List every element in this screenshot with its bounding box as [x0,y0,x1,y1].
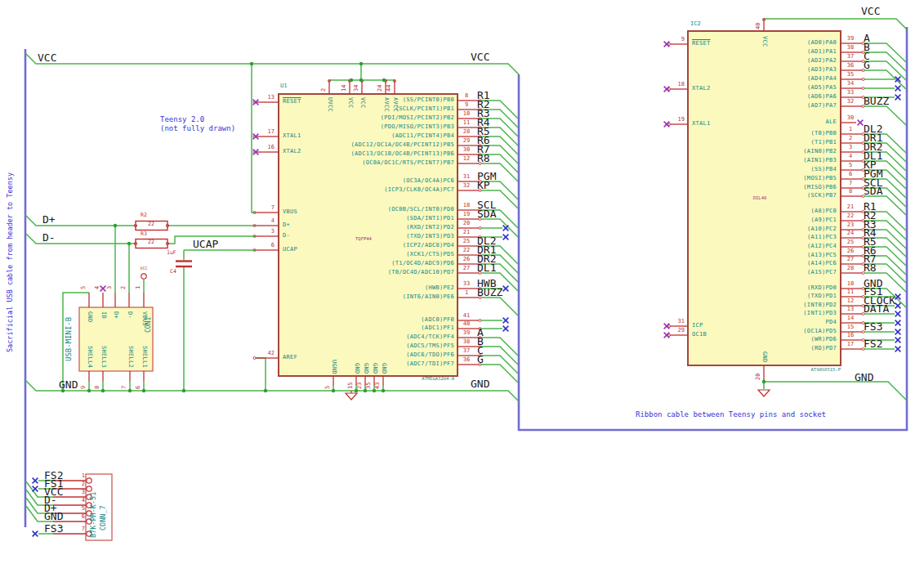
u1-pin-number: 32 [456,183,477,189]
u1-pin-number: 15 [348,383,354,389]
u1-pin-number: 41 [456,313,477,319]
u1-pin-number: 29 [456,138,477,144]
net-label: KP [477,180,490,190]
u1-pin-number: 43 [375,383,381,389]
u1-pin-number: 13 [252,95,275,101]
ic2-pin-number: 17 [840,342,861,347]
u1-pin-number: 30 [456,147,477,153]
ic2-pin-number: 39 [840,36,861,42]
conn7-pin-label: GND [44,511,63,521]
conn7-pin-label: FS3 [44,523,63,534]
con1-pin-name: SHELL2 [127,346,133,368]
u1-pin-name: (T1/OC4D/ADC9)PD6 [283,261,454,266]
con1-pin-number: 2 [121,286,127,289]
schematic-labels: VCC VCC VCC GND GND GND D+ D- UCAP U1 AT… [0,0,924,564]
teensy-note-line2: (not fully drawn) [160,125,235,132]
ic2-pin-number: 22 [840,213,861,219]
ic2-pin-number: 29 [663,328,685,333]
r3-value: 22 [144,239,158,245]
conn7-pin-number: 2 [69,481,85,487]
u1-pin-number: 17 [252,129,275,135]
ic2-pin-name: (A15)PC7 [694,270,837,275]
u1-pin-number: 37 [456,348,477,354]
ic2-pin-name: (AD3)PA3 [694,67,837,73]
ic2-pin-number: 37 [840,54,861,60]
ic2-pin-name: VCC [761,36,767,47]
con1-pin-number: 7 [122,386,127,389]
u1-pin-name: AVCC [383,97,389,112]
conn7-value: B7K-PH-K-S1 [90,492,97,538]
u1-pin-name: (ADC0)PF0 [283,317,454,323]
u1-pin-name: (SS/PCINT0)PB0 [283,97,454,103]
u1-pin-name: (PDO/MISO/PCINT3)PB3 [283,124,454,130]
u1-pin-name: GND [381,363,386,374]
u1-pin-number: 19 [456,212,477,217]
ic2-pin-name: (RD)PD7 [694,346,837,351]
ic2-pin-number: 28 [840,266,861,271]
conn7-pin-number: 7 [69,526,85,532]
ic2-pin-name: ALE [694,119,837,125]
ic2-pin-name: PD4 [694,320,837,325]
u1-pin-number: 4 [252,218,275,224]
ribbon-note: Ribbon cable between Teensy pins and soc… [636,411,826,419]
net-label: DATA [864,303,889,314]
net-label: R8 [864,262,877,273]
u1-pin-number: 16 [252,145,275,150]
u1-pin-number: 14 [341,85,347,92]
u1-pin-name: VCC [347,97,353,109]
con1-pin-name: D- [127,311,132,319]
ic2-pin-name: (A10)PC2 [694,226,837,232]
u1-pin-name: UGND [331,360,337,374]
r2-ref: R2 [141,213,147,218]
con1-pin-number: 4 [95,286,100,289]
net-label: FS2 [864,338,882,349]
ic2-pin-number: 14 [840,316,861,321]
ic2-pin-name: (INT1)PD3 [694,311,837,316]
u1-pin-number: 24 [377,85,383,92]
net-label: G [477,354,484,365]
ic2-pin-name: (TXD)PD1 [694,293,837,299]
u1-pin-name: (T0/OC4D/ADC10)PD7 [283,270,454,275]
conn7-ref: CONN_7 [100,505,107,530]
u1-pin-name: (OC3A/OC4A)PC6 [283,178,454,184]
ic2-pin-name: (A9)PC1 [694,217,837,223]
c4-ref: C4 [170,269,176,275]
con1-pin-number: 5 [81,286,87,289]
teensy-note-line1: Teensy 2.0 [160,116,204,123]
ic2-pin-number: 36 [840,63,861,69]
u1-pin-number: 3 [252,229,275,235]
c4-value: 1uF [167,250,176,256]
ic2-pin-number: 5 [840,163,861,168]
ic2-pin-number: 8 [840,189,861,195]
u1-pin-name: UVCC [327,97,333,112]
u1-pin-number: 9 [456,102,477,108]
u1-pin-name: (SDA/INT1)PD1 [283,216,454,222]
ic2-pin-number: 21 [840,204,861,210]
u1-pin-name: GND [354,363,359,374]
u1-pin-number: 39 [456,330,477,336]
ic2-pin-number: 6 [840,172,861,177]
ic2-pin-number: 27 [840,257,861,262]
u1-pin-name: (ADC1)PF1 [283,325,454,331]
ic2-pin-number: 7 [840,181,861,186]
u1-pin-name: (ADC11/PCINT4)PB4 [283,133,454,139]
ic2-pin-name: (MISO)PB6 [694,185,837,190]
u1-pin-name: (RXD/INT2)PD2 [283,225,454,231]
u1-pin-number: 2 [321,88,327,92]
ic2-pin-number: 2 [840,136,861,141]
u1-pin-number: 7 [252,205,275,211]
u1-pin-number: 44 [386,85,392,92]
u1-pin-number: 31 [456,174,477,180]
ic2-pin-name: (OC1A)PD5 [694,329,837,334]
net-label-vcc-left: VCC [38,52,56,63]
ic2-pin-name: (A13)PC5 [694,253,837,258]
net-label-dplus: D+ [42,214,56,225]
u1-pin-number: 33 [456,281,477,287]
u1-pin-name: GND [372,363,377,374]
u1-pin-number: 25 [456,239,477,244]
conn7-pin-number: 5 [69,506,85,512]
u1-pin-name: (OC0B/SCL/INT0)PD0 [283,207,454,213]
net-label-ucap: UCAP [193,239,218,249]
ic2-pin-number: 4 [840,154,861,159]
u1-ref: U1 [280,83,287,89]
